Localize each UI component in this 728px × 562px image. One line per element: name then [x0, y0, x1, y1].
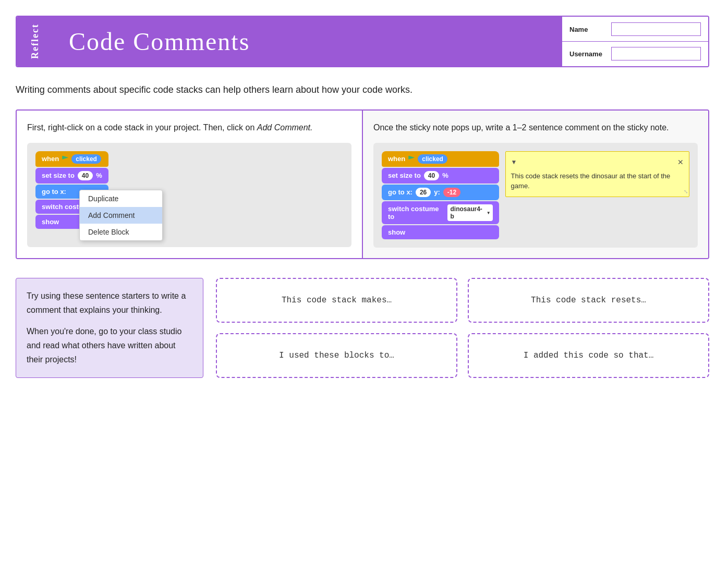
bottom-left-panel: Try using these sentence starters to wri…	[16, 278, 203, 378]
scratch-blocks-right: when clicked set size to 40 % go to x: 2…	[382, 151, 499, 239]
block-when-text-r: when	[388, 155, 405, 163]
block-x-val: 26	[416, 188, 431, 197]
instruction-panels: First, right-click on a code stack in yo…	[16, 109, 709, 259]
block-show-r: show	[382, 225, 499, 239]
panel-left-italic: Add Comment.	[257, 123, 313, 132]
sticky-note: ▼ ✕ This code stack resets the dinosaur …	[505, 151, 689, 197]
sticky-close-icon[interactable]: ✕	[677, 157, 684, 168]
block-go-to-xy: go to x: 26 y: -12	[382, 185, 499, 200]
block-go-to-text: go to x:	[42, 188, 66, 196]
panel-right-instruction: Once the sticky note pops up, write a 1–…	[373, 121, 698, 135]
block-when-clicked-r: when clicked	[382, 151, 499, 167]
name-input[interactable]	[611, 22, 701, 36]
name-label: Name	[569, 26, 611, 33]
sticky-note-header: ▼ ✕	[511, 157, 684, 168]
sticky-resize-handle[interactable]: ⤡	[684, 188, 688, 196]
block-y-label: y:	[434, 188, 440, 196]
logo: Reflect	[17, 17, 53, 66]
bottom-left-para1: Try using these sentence starters to wri…	[27, 289, 192, 317]
block-show-text: show	[42, 218, 59, 226]
username-label: Username	[569, 50, 611, 58]
context-menu-duplicate[interactable]: Duplicate	[80, 190, 162, 207]
header-title-bg: Code Comments	[53, 17, 562, 66]
username-input[interactable]	[611, 47, 701, 60]
block-size-value: 40	[78, 171, 93, 180]
panel-left-text: First, right-click on a code stack in yo…	[27, 123, 257, 132]
starter-1: This code stack makes…	[216, 278, 457, 323]
panel-right: Once the sticky note pops up, write a 1–…	[363, 111, 708, 258]
scratch-area-right: when clicked set size to 40 % go to x: 2…	[373, 143, 698, 248]
context-menu-delete-block[interactable]: Delete Block	[80, 224, 162, 240]
scratch-area-left: when clicked set size to 40 % go to x: s…	[27, 143, 351, 247]
block-when-clicked: when clicked	[35, 151, 108, 167]
panel-left: First, right-click on a code stack in yo…	[17, 111, 363, 258]
bottom-left-para2: When you're done, go to your class studi…	[27, 324, 192, 367]
scratch-with-sticky: when clicked set size to 40 % go to x: 2…	[382, 151, 689, 239]
page-title: Code Comments	[69, 27, 250, 56]
context-menu-add-comment[interactable]: Add Comment	[80, 207, 162, 224]
block-clicked-text-r: clicked	[418, 154, 447, 164]
starter-4: I added this code so that…	[468, 333, 709, 378]
bottom-section: Try using these sentence starters to wri…	[16, 278, 709, 378]
username-field-row: Username	[562, 42, 708, 66]
block-clicked-text: clicked	[71, 154, 101, 164]
flag-icon-r	[408, 156, 415, 162]
block-percent-r: %	[442, 172, 448, 179]
intro-text: Writing comments about specific code sta…	[16, 83, 694, 97]
starter-3: I used these blocks to…	[216, 333, 457, 378]
block-size-value-r: 40	[424, 171, 439, 180]
header: Reflect Code Comments Name Username	[16, 16, 709, 67]
block-y-val: -12	[443, 188, 460, 197]
block-set-size: set size to 40 %	[35, 168, 108, 184]
context-menu: Duplicate Add Comment Delete Block	[79, 190, 163, 241]
block-when-text: when	[42, 155, 59, 163]
block-costume-dropdown[interactable]: dinosaur4-b	[447, 204, 493, 221]
panel-left-instruction: First, right-click on a code stack in yo…	[27, 121, 351, 135]
block-show-text-r: show	[388, 228, 405, 236]
starter-2: This code stack resets…	[468, 278, 709, 323]
block-set-size-text: set size to	[42, 172, 75, 179]
block-go-to-xy-text: go to x:	[388, 188, 412, 196]
block-set-size-text-r: set size to	[388, 172, 421, 179]
sentence-starters: This code stack makes… This code stack r…	[216, 278, 709, 378]
sticky-note-text: This code stack resets the dinosaur at t…	[511, 171, 684, 191]
header-fields: Name Username	[562, 17, 708, 66]
sticky-arrow-icon: ▼	[511, 157, 517, 167]
block-switch-costume-r: switch costume to dinosaur4-b	[382, 201, 499, 224]
block-switch-text-r: switch costume to	[388, 205, 444, 221]
flag-icon	[62, 156, 68, 162]
block-set-size-r: set size to 40 %	[382, 168, 499, 184]
name-field-row: Name	[562, 17, 708, 42]
block-percent: %	[96, 172, 102, 179]
